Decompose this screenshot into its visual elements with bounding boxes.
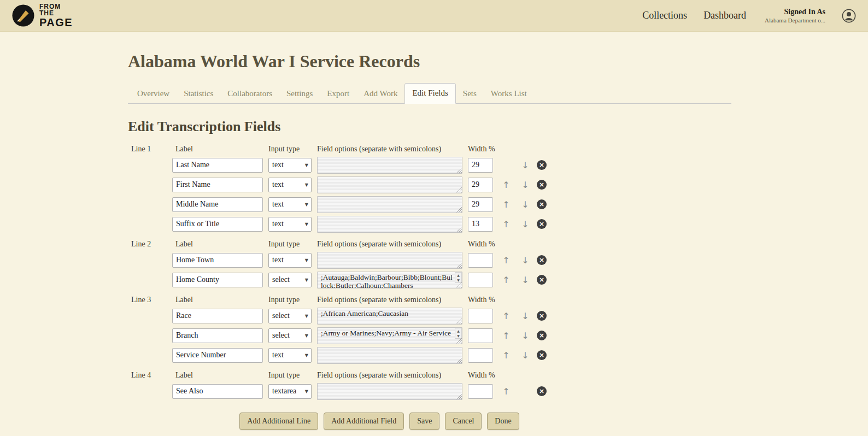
textarea-scroll-stepper[interactable]: ▲ ▼	[455, 272, 462, 283]
field-options-wrap	[317, 157, 462, 174]
scroll-up-icon[interactable]: ▲	[455, 328, 461, 333]
move-up-button[interactable]: ↑	[498, 255, 514, 266]
move-down-button[interactable]: ↓	[519, 331, 531, 341]
input-type-select[interactable]: textarea ▼	[268, 384, 312, 399]
tab-collaborators[interactable]: Collaborators	[220, 84, 279, 104]
add-additional-field-button[interactable]: Add Additional Field	[324, 413, 404, 430]
field-options-wrap	[317, 383, 462, 400]
field-options-textarea[interactable]	[317, 216, 462, 233]
input-type-select[interactable]: text ▼	[268, 178, 312, 192]
field-options-textarea[interactable]	[317, 347, 462, 364]
field-label-input[interactable]	[172, 328, 263, 343]
field-options-textarea[interactable]: ;African American;Caucasian	[317, 308, 462, 325]
move-up-button[interactable]: ↑	[498, 331, 514, 341]
account-info[interactable]: Signed In As Alabama Department o...	[765, 8, 825, 23]
move-up-button[interactable]: ↑	[498, 311, 514, 321]
tab-sets[interactable]: Sets	[456, 84, 484, 104]
move-down-button[interactable]: ↓	[519, 255, 531, 266]
column-header-width: Width %	[468, 145, 493, 154]
field-label-input[interactable]	[172, 348, 263, 363]
fromthepage-logo-icon	[12, 4, 34, 27]
tab-overview[interactable]: Overview	[130, 84, 177, 104]
input-type-select[interactable]: text ▼	[268, 158, 312, 173]
move-down-button[interactable]: ↓	[519, 199, 531, 210]
input-type-select[interactable]: select ▼	[268, 273, 312, 287]
move-up-button[interactable]: ↑	[498, 180, 514, 190]
move-up-button[interactable]: ↑	[498, 199, 514, 210]
delete-field-button[interactable]: ×	[537, 219, 547, 229]
done-button[interactable]: Done	[487, 413, 519, 430]
move-down-button[interactable]: ↓	[519, 219, 531, 229]
delete-field-button[interactable]: ×	[537, 199, 547, 209]
field-label-input[interactable]	[172, 384, 263, 399]
field-options-textarea[interactable]: ;Autauga;Baldwin;Barbour;Bibb;Blount;Bul…	[317, 272, 462, 288]
tab-works-list[interactable]: Works List	[484, 84, 534, 104]
width-percent-input[interactable]	[468, 158, 493, 173]
nav-dashboard[interactable]: Dashboard	[703, 10, 746, 21]
width-percent-input[interactable]	[468, 328, 493, 343]
move-down-button[interactable]: ↓	[519, 180, 531, 190]
width-percent-input[interactable]	[468, 348, 493, 363]
move-up-button[interactable]: ↑	[498, 219, 514, 229]
scroll-down-icon[interactable]: ▼	[455, 333, 461, 338]
tab-export[interactable]: Export	[320, 84, 356, 104]
width-percent-input[interactable]	[468, 273, 493, 287]
width-percent-input[interactable]	[468, 217, 493, 232]
delete-field-button[interactable]: ×	[537, 275, 547, 285]
move-down-button[interactable]: ↓	[519, 160, 531, 170]
field-label-input[interactable]	[172, 309, 263, 323]
tab-edit-fields[interactable]: Edit Fields	[404, 83, 455, 104]
field-options-textarea[interactable]	[317, 252, 462, 269]
delete-field-button[interactable]: ×	[537, 180, 547, 190]
width-percent-input[interactable]	[468, 309, 493, 323]
field-label-input[interactable]	[172, 197, 263, 212]
input-type-select[interactable]: text ▼	[268, 253, 312, 268]
nav-collections[interactable]: Collections	[642, 10, 687, 21]
field-label-input[interactable]	[172, 253, 263, 268]
field-options-textarea[interactable]	[317, 196, 462, 213]
tab-settings[interactable]: Settings	[279, 84, 320, 104]
move-up-button[interactable]: ↑	[498, 350, 514, 361]
delete-field-button[interactable]: ×	[537, 331, 547, 340]
save-button[interactable]: Save	[409, 413, 439, 430]
delete-field-button[interactable]: ×	[537, 386, 547, 396]
field-label-input[interactable]	[172, 217, 263, 232]
tab-statistics[interactable]: Statistics	[177, 84, 220, 104]
field-label-input[interactable]	[172, 158, 263, 173]
field-label-input[interactable]	[172, 178, 263, 192]
delete-field-button[interactable]: ×	[537, 160, 547, 170]
input-type-select[interactable]: select ▼	[268, 309, 312, 323]
tab-add-work[interactable]: Add Work	[356, 84, 404, 104]
width-percent-input[interactable]	[468, 384, 493, 399]
add-additional-line-button[interactable]: Add Additional Line	[239, 413, 318, 430]
input-type-select[interactable]: select ▼	[268, 328, 312, 343]
scroll-down-icon[interactable]: ▼	[455, 278, 461, 282]
width-percent-input[interactable]	[468, 178, 493, 192]
move-up-button[interactable]: ↑	[498, 386, 514, 397]
input-type-select[interactable]: text ▼	[268, 217, 312, 232]
input-type-select[interactable]: text ▼	[268, 197, 312, 212]
delete-field-button[interactable]: ×	[537, 350, 547, 360]
move-down-button[interactable]: ↓	[519, 311, 531, 321]
field-options-textarea[interactable]	[317, 383, 462, 400]
field-options-textarea[interactable]	[317, 157, 462, 174]
column-header-options: Field options (separate with semicolons)	[317, 371, 462, 380]
input-type-select[interactable]: text ▼	[268, 348, 312, 363]
user-icon[interactable]	[842, 9, 856, 23]
scroll-up-icon[interactable]: ▲	[455, 273, 461, 278]
field-options-textarea[interactable]: ;Army or Marines;Navy;Army - Air Service	[317, 327, 462, 344]
app-logo[interactable]: FROM THE PAGE	[12, 3, 73, 28]
cancel-button[interactable]: Cancel	[445, 413, 482, 430]
field-options-wrap: ;African American;Caucasian	[317, 308, 462, 325]
field-label-input[interactable]	[172, 273, 263, 287]
width-percent-input[interactable]	[468, 197, 493, 212]
move-down-button[interactable]: ↓	[519, 350, 531, 361]
width-percent-input[interactable]	[468, 253, 493, 268]
chevron-down-icon: ▼	[305, 258, 308, 263]
delete-field-button[interactable]: ×	[537, 311, 547, 321]
move-down-button[interactable]: ↓	[519, 275, 531, 285]
textarea-scroll-stepper[interactable]: ▲ ▼	[455, 328, 462, 339]
move-up-button[interactable]: ↑	[498, 275, 514, 285]
delete-field-button[interactable]: ×	[537, 255, 547, 265]
field-options-textarea[interactable]	[317, 176, 462, 193]
